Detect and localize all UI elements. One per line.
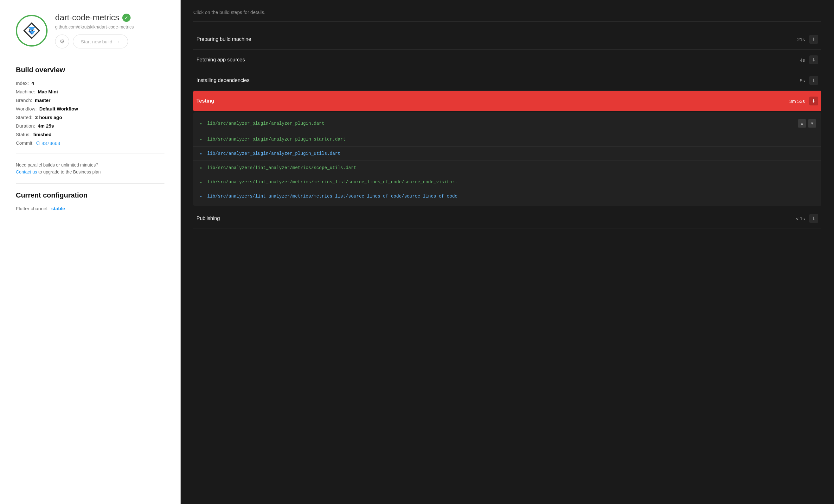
header-divider — [16, 58, 164, 58]
file-item-3[interactable]: ▪ lib/src/analyzer_plugin/analyzer_plugi… — [193, 146, 821, 161]
build-overview: Build overview Index: 4 Machine: Mac Min… — [16, 66, 164, 146]
upgrade-section: Need parallel builds or unlimited minute… — [16, 161, 164, 176]
right-divider — [193, 21, 821, 22]
machine-row: Machine: Mac Mini — [16, 89, 164, 94]
start-build-label: Start new build — [81, 39, 112, 44]
build-steps: Preparing build machine 21s ⬇ Fetching a… — [193, 29, 821, 229]
file-icon-2: ▪ — [198, 137, 203, 142]
commit-value: 4373663 — [42, 141, 60, 146]
branch-value: master — [35, 97, 50, 103]
app-name: dart-code-metrics — [55, 13, 119, 22]
step-publishing-right: < 1s ⬇ — [796, 214, 818, 223]
workflow-row: Workflow: Default Workflow — [16, 106, 164, 111]
step-fetching-duration: 4s — [800, 57, 805, 63]
branch-label: Branch: — [16, 97, 32, 103]
step-testing[interactable]: Testing 3m 53s ⬇ — [193, 91, 821, 111]
app-header: ✈ dart-code-metrics ✓ github.com/dkrutsk… — [16, 13, 164, 48]
left-panel: ✈ dart-code-metrics ✓ github.com/dkrutsk… — [0, 0, 181, 504]
file-item-5[interactable]: ▪ lib/src/analyzers/lint_analyzer/metric… — [193, 175, 821, 189]
status-value: finished — [33, 132, 52, 137]
file-icon-4: ▪ — [198, 165, 203, 170]
duration-label: Duration: — [16, 123, 35, 129]
app-repo: github.com/dkrutskikh/dart-code-metrics — [55, 24, 134, 29]
index-row: Index: 4 — [16, 81, 164, 86]
machine-value: Mac Mini — [38, 89, 58, 94]
commit-label: Commit: — [16, 140, 34, 146]
file-name-4: lib/src/analyzers/lint_analyzer/metrics/… — [207, 165, 356, 170]
app-logo: ✈ — [16, 15, 47, 47]
file-name-3: lib/src/analyzer_plugin/analyzer_plugin_… — [207, 151, 340, 156]
started-label: Started: — [16, 115, 32, 120]
contact-us-link[interactable]: Contact us — [16, 169, 37, 175]
step-publishing-duration: < 1s — [796, 216, 805, 221]
verified-icon: ✓ — [122, 14, 131, 22]
step-preparing-download[interactable]: ⬇ — [809, 35, 818, 44]
duration-value: 4m 25s — [38, 123, 54, 129]
step-fetching-right: 4s ⬇ — [800, 55, 818, 64]
config-section: Current configuration Flutter channel: s… — [16, 191, 164, 211]
file-item-4[interactable]: ▪ lib/src/analyzers/lint_analyzer/metric… — [193, 161, 821, 175]
arrow-down-1[interactable]: ▼ — [808, 119, 816, 128]
step-installing[interactable]: Installing dependencies 5s ⬇ — [193, 70, 821, 91]
step-preparing-right: 21s ⬇ — [797, 35, 818, 44]
upgrade-suffix: to upgrade to the Business plan — [37, 169, 101, 175]
step-publishing[interactable]: Publishing < 1s ⬇ — [193, 208, 821, 229]
machine-label: Machine: — [16, 89, 35, 94]
step-installing-download[interactable]: ⬇ — [809, 76, 818, 85]
commit-icon: ⬡ — [36, 140, 40, 146]
build-info: Index: 4 Machine: Mac Mini Branch: maste… — [16, 81, 164, 146]
file-icon-5: ▪ — [198, 180, 203, 185]
file-name-1: lib/src/analyzer_plugin/analyzer_plugin.… — [207, 121, 325, 126]
step-preparing-label: Preparing build machine — [196, 37, 251, 42]
app-name-row: dart-code-metrics ✓ — [55, 13, 134, 22]
step-installing-label: Installing dependencies — [196, 77, 249, 83]
step-publishing-label: Publishing — [196, 215, 220, 221]
dart-file-icon-4: ▪ — [200, 165, 202, 170]
arrow-up-1[interactable]: ▲ — [798, 119, 806, 128]
arrow-icon: → — [115, 39, 120, 44]
right-panel: Click on the build steps for details. Pr… — [181, 0, 834, 504]
step-fetching[interactable]: Fetching app sources 4s ⬇ — [193, 50, 821, 70]
dart-file-icon-5: ▪ — [200, 180, 202, 185]
dart-file-icon-3: ▪ — [200, 151, 202, 156]
file-item-1[interactable]: ▪ lib/src/analyzer_plugin/analyzer_plugi… — [193, 115, 821, 132]
status-label: Status: — [16, 132, 31, 137]
step-testing-duration: 3m 53s — [789, 98, 805, 104]
upgrade-text: Need parallel builds or unlimited minute… — [16, 162, 98, 167]
file-item-6[interactable]: ▪ lib/src/analyzers/lint_analyzer/metric… — [193, 189, 821, 203]
step-preparing-duration: 21s — [797, 37, 805, 42]
app-title-block: dart-code-metrics ✓ github.com/dkrutskik… — [55, 13, 134, 48]
step-fetching-download[interactable]: ⬇ — [809, 55, 818, 64]
file-icon-1: ▪ — [198, 121, 203, 126]
flutter-channel-row: Flutter channel: stable — [16, 206, 164, 211]
step-installing-duration: 5s — [800, 78, 805, 83]
testing-expanded: ▪ lib/src/analyzer_plugin/analyzer_plugi… — [193, 112, 821, 206]
file-icon-6: ▪ — [198, 194, 203, 199]
workflow-label: Workflow: — [16, 106, 37, 111]
gear-button[interactable]: ⚙ — [55, 35, 69, 48]
step-installing-right: 5s ⬇ — [800, 76, 818, 85]
action-buttons: ⚙ Start new build → — [55, 35, 134, 48]
file-name-5: lib/src/analyzers/lint_analyzer/metrics/… — [207, 180, 458, 185]
step-testing-download[interactable]: ⬇ — [809, 96, 818, 106]
flutter-channel-label: Flutter channel: — [16, 206, 48, 211]
status-row: Status: finished — [16, 132, 164, 137]
commit-link[interactable]: ⬡ 4373663 — [36, 140, 60, 146]
dart-file-icon-2: ▪ — [200, 137, 202, 142]
flutter-channel-value: stable — [51, 206, 65, 211]
gear-icon: ⚙ — [60, 38, 65, 45]
hint-text: Click on the build steps for details. — [193, 9, 821, 15]
dart-file-icon-1: ▪ — [200, 121, 202, 126]
upgrade-divider — [16, 183, 164, 184]
step-preparing[interactable]: Preparing build machine 21s ⬇ — [193, 29, 821, 50]
file-name-6: lib/src/analyzers/lint_analyzer/metrics/… — [207, 194, 458, 199]
commit-row: Commit: ⬡ 4373663 — [16, 140, 164, 146]
file-name-2: lib/src/analyzer_plugin/analyzer_plugin_… — [207, 137, 346, 142]
file-item-2[interactable]: ▪ lib/src/analyzer_plugin/analyzer_plugi… — [193, 132, 821, 146]
step-testing-right: 3m 53s ⬇ — [789, 96, 818, 106]
step-publishing-download[interactable]: ⬇ — [809, 214, 818, 223]
started-row: Started: 2 hours ago — [16, 115, 164, 120]
start-build-button[interactable]: Start new build → — [73, 35, 128, 48]
step-testing-label: Testing — [196, 98, 214, 104]
dart-file-icon-6: ▪ — [200, 194, 202, 199]
